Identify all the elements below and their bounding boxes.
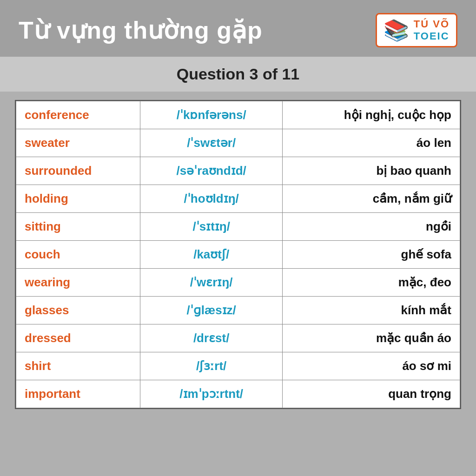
phonetic-cell: /drɛst/ [140,324,283,352]
page-title: Từ vựng thường gặp [19,16,263,44]
word-cell: conference [16,101,140,129]
meaning-cell: kính mắt [282,297,460,324]
question-label: Question 3 of 11 [177,65,300,83]
table-row: holding/ˈhoʊldɪŋ/cầm, nắm giữ [16,185,460,213]
logo-box: 📚 TÚ VÕ TOEIC [376,13,457,47]
word-cell: sitting [16,213,140,241]
meaning-cell: ghế sofa [282,241,460,269]
meaning-cell: ngồi [282,213,460,241]
phonetic-cell: /kaʊtʃ/ [140,241,283,269]
phonetic-cell: /ɪmˈpɔːrtnt/ [140,380,283,408]
header: Từ vựng thường gặp 📚 TÚ VÕ TOEIC [0,0,476,57]
meaning-cell: mặc, đeo [282,269,460,297]
meaning-cell: áo sơ mi [282,352,460,380]
word-cell: wearing [16,269,140,297]
table-row: sitting/ˈsɪtɪŋ/ngồi [16,213,460,241]
table-row: conference/ˈkɒnfərəns/hội nghị, cuộc họp [16,101,460,129]
table-row: shirt/ʃɜːrt/áo sơ mi [16,352,460,380]
logo-toeic: TOEIC [414,30,450,42]
phonetic-cell: /ˈsɪtɪŋ/ [140,213,283,241]
table-row: sweater/ˈswɛtər/áo len [16,129,460,157]
phonetic-cell: /ˈhoʊldɪŋ/ [140,185,283,213]
meaning-cell: cầm, nắm giữ [282,185,460,213]
vocabulary-table-container: conference/ˈkɒnfərəns/hội nghị, cuộc họp… [15,100,461,409]
word-cell: surrounded [16,157,140,185]
logo-tu-vo: TÚ VÕ [414,18,450,30]
logo-text: TÚ VÕ TOEIC [414,18,450,42]
table-row: dressed/drɛst/mặc quần áo [16,324,460,352]
question-bar: Question 3 of 11 [0,57,476,92]
phonetic-cell: /ʃɜːrt/ [140,352,283,380]
word-cell: glasses [16,297,140,324]
phonetic-cell: /ˈswɛtər/ [140,129,283,157]
word-cell: shirt [16,352,140,380]
phonetic-cell: /ˈɡlæsɪz/ [140,297,283,324]
meaning-cell: áo len [282,129,460,157]
vocabulary-table: conference/ˈkɒnfərəns/hội nghị, cuộc họp… [16,101,460,408]
phonetic-cell: /ˈwɛrɪŋ/ [140,269,283,297]
meaning-cell: mặc quần áo [282,324,460,352]
table-row: couch/kaʊtʃ/ghế sofa [16,241,460,269]
word-cell: holding [16,185,140,213]
table-row: important/ɪmˈpɔːrtnt/quan trọng [16,380,460,408]
word-cell: sweater [16,129,140,157]
meaning-cell: bị bao quanh [282,157,460,185]
word-cell: couch [16,241,140,269]
phonetic-cell: /ˈkɒnfərəns/ [140,101,283,129]
meaning-cell: quan trọng [282,380,460,408]
meaning-cell: hội nghị, cuộc họp [282,101,460,129]
table-row: surrounded/səˈraʊndɪd/bị bao quanh [16,157,460,185]
phonetic-cell: /səˈraʊndɪd/ [140,157,283,185]
word-cell: dressed [16,324,140,352]
logo-icon: 📚 [383,18,409,42]
word-cell: important [16,380,140,408]
table-row: glasses/ˈɡlæsɪz/kính mắt [16,297,460,324]
table-row: wearing/ˈwɛrɪŋ/mặc, đeo [16,269,460,297]
